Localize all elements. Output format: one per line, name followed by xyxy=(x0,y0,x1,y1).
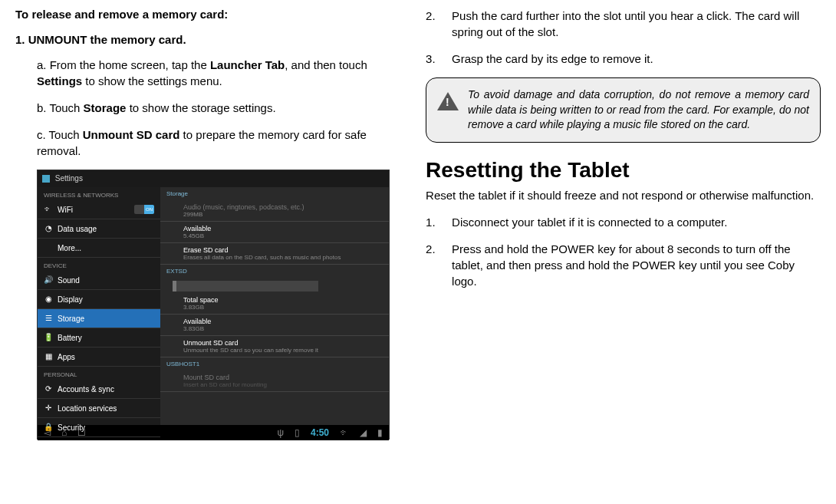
substep-a: a. From the home screen, tap the Launche… xyxy=(37,57,403,89)
sidebar-item-battery[interactable]: 🔋 Battery xyxy=(38,328,160,348)
android-sidebar: WIRELESS & NETWORKS ᯤ WiFi ON ◔ Data usa… xyxy=(38,187,160,425)
step-3-text: Grasp the card by its edge to remove it. xyxy=(452,51,653,67)
step-2-text: Push the card further into the slot unti… xyxy=(452,8,821,40)
nav-clock: 4:50 xyxy=(311,427,329,438)
sidebar-item-security[interactable]: 🔒 Security xyxy=(38,418,160,437)
wifi-toggle[interactable]: ON xyxy=(134,205,154,214)
sidebar-wifi-label: WiFi xyxy=(58,206,73,214)
storage-bar xyxy=(173,281,318,292)
substep-a-suffix: to show the settings menu. xyxy=(82,74,222,87)
erase-title: Erase SD card xyxy=(183,246,381,254)
avail1-title: Available xyxy=(183,225,381,232)
reset-title: Resetting the Tablet xyxy=(426,158,821,183)
step-2: 2. Push the card further into the slot u… xyxy=(426,8,821,40)
step-2-num: 2. xyxy=(426,8,441,40)
total-title: Total space xyxy=(183,296,381,304)
audio-title: Audio (music, ringtones, podcasts, etc.) xyxy=(183,203,381,211)
main-row-available2[interactable]: Available 3.83GB xyxy=(160,315,389,336)
main-row-available1[interactable]: Available 5.45GB xyxy=(160,222,389,243)
main-row-erase[interactable]: Erase SD card Erases all data on the SD … xyxy=(160,243,389,265)
sidebar-item-wifi[interactable]: ᯤ WiFi ON xyxy=(38,200,160,219)
sidebar-more-label: More... xyxy=(58,244,81,252)
mount-sub: Insert an SD card for mounting xyxy=(183,381,381,388)
sidebar-accounts-label: Accounts & sync xyxy=(58,385,114,394)
warning-text: To avoid damage and data corruption, do … xyxy=(468,87,809,133)
android-screenshot: Settings WIRELESS & NETWORKS ᯤ WiFi ON ◔… xyxy=(37,170,390,440)
main-extsd-label: EXTSD xyxy=(160,265,389,278)
substep-b-suffix: to show the storage settings. xyxy=(126,101,275,114)
sidebar-display-label: Display xyxy=(58,295,83,304)
reset-step-2-num: 2. xyxy=(426,241,441,289)
sidebar-item-sound[interactable]: 🔊 Sound xyxy=(38,271,160,290)
substep-c-bold: Unmount SD card xyxy=(83,128,180,141)
substep-a-bold2: Settings xyxy=(37,74,82,87)
settings-logo-icon xyxy=(42,175,50,183)
sidebar-item-apps[interactable]: ▦ Apps xyxy=(38,348,160,367)
sidebar-storage-label: Storage xyxy=(58,315,84,323)
unmount-title: Unmount SD card xyxy=(183,339,381,347)
sync-icon: ⟳ xyxy=(44,384,53,394)
step-1-heading: 1. UNMOUNT the memory card. xyxy=(15,33,403,46)
sidebar-item-display[interactable]: ◉ Display xyxy=(38,290,160,309)
left-column: To release and remove a memory card: 1. … xyxy=(15,8,403,440)
storage-bar-fill xyxy=(173,281,176,292)
reset-step-2-text: Press and hold the POWER key for about 8… xyxy=(452,241,821,289)
nav-usb-icon: ψ xyxy=(277,427,284,438)
battery-icon: 🔋 xyxy=(44,333,53,342)
erase-sub: Erases all data on the SD card, such as … xyxy=(183,254,381,261)
avail2-title: Available xyxy=(183,318,381,325)
spacer-icon xyxy=(44,243,53,252)
warning-icon xyxy=(437,92,459,110)
substep-a-bold1: Launcher Tab xyxy=(210,58,285,71)
nav-home-icon[interactable]: ⌂ xyxy=(61,427,67,438)
sidebar-section-personal: PERSONAL xyxy=(38,367,160,380)
settings-title: Settings xyxy=(55,174,83,183)
substep-c-prefix: c. Touch xyxy=(37,128,83,141)
sidebar-item-location[interactable]: ✛ Location services xyxy=(38,399,160,418)
main-heading: To release and remove a memory card: xyxy=(15,8,403,21)
nav-recent-icon[interactable]: ☐ xyxy=(77,427,86,438)
audio-sub: 299MB xyxy=(183,211,381,218)
main-row-audio[interactable]: Audio (music, ringtones, podcasts, etc.)… xyxy=(160,200,389,222)
nav-battery-icon: ▮ xyxy=(377,427,383,438)
sidebar-apps-label: Apps xyxy=(58,353,75,361)
android-body: WIRELESS & NETWORKS ᯤ WiFi ON ◔ Data usa… xyxy=(38,187,389,425)
nav-sd-icon: ▯ xyxy=(295,427,300,438)
reset-step-1: 1. Disconnect your tablet if it is conne… xyxy=(426,214,821,230)
main-row-unmount[interactable]: Unmount SD card Unmount the SD card so y… xyxy=(160,336,389,357)
location-icon: ✛ xyxy=(44,404,53,413)
sidebar-item-more[interactable]: More... xyxy=(38,239,160,258)
step-3-num: 3. xyxy=(426,51,441,67)
avail1-sub: 5.45GB xyxy=(183,232,381,239)
display-icon: ◉ xyxy=(44,295,53,304)
data-usage-icon: ◔ xyxy=(44,224,53,233)
sidebar-battery-label: Battery xyxy=(58,334,82,342)
substep-b-prefix: b. Touch xyxy=(37,101,84,114)
reset-step-1-num: 1. xyxy=(426,214,441,230)
sidebar-section-device: DEVICE xyxy=(38,258,160,271)
substep-a-prefix: a. From the home screen, tap the xyxy=(37,58,210,71)
sidebar-location-label: Location services xyxy=(58,404,117,413)
right-column: 2. Push the card further into the slot u… xyxy=(426,8,821,440)
substep-b: b. Touch Storage to show the storage set… xyxy=(37,100,403,116)
total-sub: 3.83GB xyxy=(183,304,381,311)
sidebar-item-storage[interactable]: ☰ Storage xyxy=(38,309,160,328)
main-row-mount[interactable]: Mount SD card Insert an SD card for moun… xyxy=(160,371,389,392)
main-row-total[interactable]: Total space 3.83GB xyxy=(160,293,389,315)
step-3: 3. Grasp the card by its edge to remove … xyxy=(426,51,821,67)
wifi-icon: ᯤ xyxy=(44,205,53,214)
sidebar-data-label: Data usage xyxy=(58,225,97,233)
unmount-sub: Unmount the SD card so you can safely re… xyxy=(183,347,381,354)
nav-wifi-icon: ᯤ xyxy=(340,427,349,438)
android-titlebar: Settings xyxy=(38,170,389,187)
substep-c: c. Touch Unmount SD card to prepare the … xyxy=(37,127,403,159)
reset-step-1-text: Disconnect your tablet if it is connecte… xyxy=(452,214,727,230)
apps-icon: ▦ xyxy=(44,352,53,361)
substep-a-mid: , and then touch xyxy=(285,58,367,71)
android-main: Storage Audio (music, ringtones, podcast… xyxy=(160,187,389,425)
reset-step-2: 2. Press and hold the POWER key for abou… xyxy=(426,241,821,289)
nav-back-icon[interactable]: ◅ xyxy=(44,427,51,438)
warning-box: To avoid damage and data corruption, do … xyxy=(426,77,821,143)
sidebar-item-data[interactable]: ◔ Data usage xyxy=(38,219,160,239)
sidebar-item-accounts[interactable]: ⟳ Accounts & sync xyxy=(38,380,160,399)
